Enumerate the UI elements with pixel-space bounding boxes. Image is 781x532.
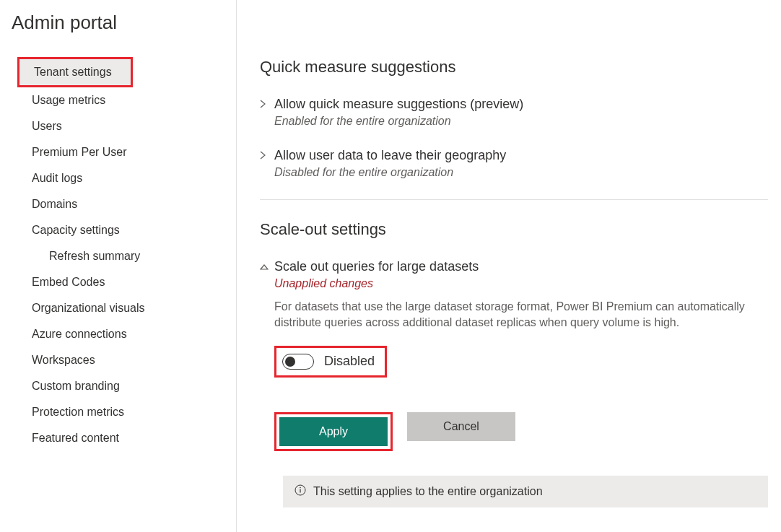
section-quick-measure: Quick measure suggestions Allow quick me…: [260, 58, 768, 179]
caret-down-icon: [260, 259, 274, 273]
main-content: Quick measure suggestions Allow quick me…: [237, 0, 781, 532]
info-banner: This setting applies to the entire organ…: [283, 476, 768, 507]
sidebar-item-organizational-visuals[interactable]: Organizational visuals: [12, 295, 236, 321]
section-title-scale-out: Scale-out settings: [260, 220, 768, 239]
sidebar-item-azure-connections[interactable]: Azure connections: [12, 321, 236, 347]
toggle-switch[interactable]: [282, 354, 314, 370]
unapplied-changes-text: Unapplied changes: [274, 277, 768, 290]
setting-status: Disabled for the entire organization: [274, 166, 768, 179]
setting-label: Allow quick measure suggestions (preview…: [274, 97, 768, 112]
apply-button-wrap: Apply: [274, 412, 393, 451]
sidebar-item-refresh-summary[interactable]: Refresh summary: [12, 243, 236, 269]
info-text: This setting applies to the entire organ…: [313, 485, 543, 498]
nav-list: Tenant settings Usage metrics Users Prem…: [12, 57, 236, 451]
setting-label: Scale out queries for large datasets: [274, 259, 768, 274]
section-scale-out: Scale-out settings Scale out queries for…: [260, 220, 768, 507]
setting-scale-out-queries[interactable]: Scale out queries for large datasets Una…: [260, 259, 768, 473]
info-icon: [294, 484, 306, 499]
sidebar-item-capacity-settings[interactable]: Capacity settings: [12, 217, 236, 243]
toggle-label: Disabled: [324, 354, 375, 369]
toggle-container: Disabled: [274, 346, 387, 378]
caret-right-icon: [260, 97, 274, 110]
sidebar-item-audit-logs[interactable]: Audit logs: [12, 165, 236, 191]
sidebar: Admin portal Tenant settings Usage metri…: [0, 0, 237, 532]
section-title-quick-measure: Quick measure suggestions: [260, 58, 768, 77]
sidebar-item-users[interactable]: Users: [12, 113, 236, 139]
button-row: Apply Cancel: [274, 412, 768, 451]
setting-description: For datasets that use the large dataset …: [274, 299, 768, 331]
apply-button[interactable]: Apply: [279, 417, 388, 446]
sidebar-item-tenant-settings[interactable]: Tenant settings: [17, 57, 133, 87]
svg-point-1: [300, 487, 301, 488]
sidebar-item-workspaces[interactable]: Workspaces: [12, 347, 236, 373]
setting-allow-user-data-geography[interactable]: Allow user data to leave their geography…: [260, 148, 768, 179]
sidebar-item-custom-branding[interactable]: Custom branding: [12, 373, 236, 399]
sidebar-item-domains[interactable]: Domains: [12, 191, 236, 217]
sidebar-item-featured-content[interactable]: Featured content: [12, 425, 236, 451]
setting-allow-quick-measure[interactable]: Allow quick measure suggestions (preview…: [260, 97, 768, 128]
caret-right-icon: [260, 148, 274, 162]
cancel-button[interactable]: Cancel: [407, 412, 515, 441]
setting-label: Allow user data to leave their geography: [274, 148, 768, 163]
sidebar-item-premium-per-user[interactable]: Premium Per User: [12, 139, 236, 165]
toggle-knob: [285, 357, 295, 367]
sidebar-item-protection-metrics[interactable]: Protection metrics: [12, 399, 236, 425]
sidebar-item-embed-codes[interactable]: Embed Codes: [12, 269, 236, 295]
setting-status: Enabled for the entire organization: [274, 115, 768, 128]
sidebar-item-usage-metrics[interactable]: Usage metrics: [12, 87, 236, 113]
divider: [260, 199, 768, 200]
svg-rect-2: [300, 489, 300, 492]
page-title: Admin portal: [12, 12, 236, 34]
